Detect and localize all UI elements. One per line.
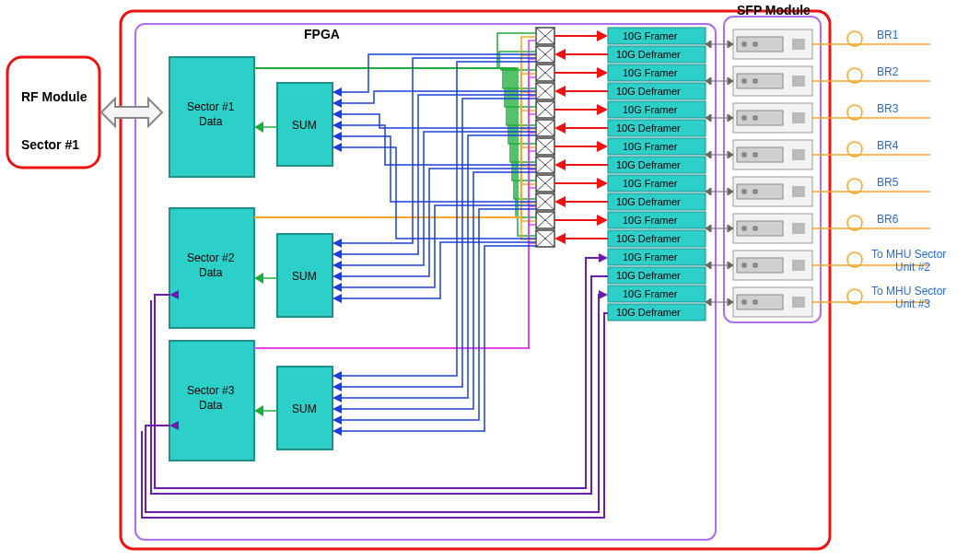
rf-module-label-2: Sector #1 [21,137,79,152]
svg-marker-3 [254,273,263,284]
svg-marker-158 [332,371,342,380]
svg-marker-161 [332,404,342,414]
br5-label: BR5 [877,176,899,189]
svg-marker-117 [706,262,711,269]
svg-marker-102 [706,77,711,85]
svg-marker-159 [332,382,342,391]
rf-interconnect-arrow [101,99,162,126]
sfp-title: SFP Module [737,3,811,18]
svg-marker-111 [706,188,711,195]
sector-2-label-1: Sector #2 [187,251,235,264]
svg-point-86 [752,226,758,231]
svg-point-95 [741,299,747,305]
svg-marker-135 [597,141,608,152]
svg-point-76 [752,152,758,158]
to-sector3-label-1: To MHU Sector [871,285,946,298]
svg-point-65 [741,78,747,84]
sum-3-label: SUM [292,402,317,415]
svg-point-85 [741,226,747,231]
rf-module-label-1: RF Module [21,89,88,104]
fpga-title: FPGA [304,27,340,41]
svg-rect-77 [792,149,805,160]
sum3-to-sector3-arrow [254,405,277,416]
deframer-label-3: 10G Deframer [616,159,681,170]
to-sector2-label-2: Unit #2 [895,261,930,274]
sector-1-label-1: Sector #1 [187,100,235,113]
svg-marker-121 [728,298,733,306]
sum-2-label: SUM [292,270,317,283]
svg-point-61 [752,41,758,47]
svg-marker-114 [706,225,711,232]
svg-point-71 [752,115,758,121]
sfp-slots [733,29,812,317]
br3-label: BR3 [877,102,899,115]
br6-label: BR6 [877,213,899,226]
sector-3-label-2: Data [199,399,223,412]
svg-marker-141 [554,196,566,207]
svg-rect-67 [792,76,805,87]
svg-rect-82 [792,186,805,197]
mux-boxes [536,28,554,247]
svg-marker-137 [554,159,566,170]
svg-point-91 [752,262,758,268]
svg-marker-115 [728,225,733,232]
deframer-label-4: 10G Deframer [616,196,681,207]
framer-label-1: 10G Framer [623,67,678,78]
svg-marker-156 [332,283,342,292]
to-sector3-label-2: Unit #3 [895,298,930,310]
mux-to-fd-red-arrows [554,30,608,244]
svg-point-75 [741,152,747,158]
svg-marker-147 [332,99,342,108]
to-sector2-label-1: To MHU Sector [871,248,946,261]
svg-marker-1 [254,122,263,133]
framer-label-2: 10G Framer [623,104,678,115]
svg-rect-92 [792,260,805,271]
svg-marker-133 [554,122,566,134]
framer-label-7: 10G Framer [623,288,678,299]
svg-marker-99 [706,41,711,48]
svg-marker-143 [597,215,608,226]
svg-marker-162 [332,415,342,425]
sum-1-label: SUM [292,119,317,132]
svg-marker-105 [706,114,711,122]
svg-marker-153 [332,250,342,259]
svg-marker-120 [706,298,711,306]
svg-marker-163 [332,426,342,436]
svg-marker-109 [728,151,733,158]
svg-marker-160 [332,393,342,402]
svg-marker-151 [332,143,342,152]
framer-label-4: 10G Framer [623,178,678,189]
svg-rect-97 [792,297,805,308]
svg-point-90 [741,262,747,268]
svg-marker-100 [728,41,733,48]
svg-marker-155 [332,272,342,281]
svg-marker-149 [332,121,342,130]
svg-marker-154 [332,261,342,270]
svg-rect-62 [792,39,805,50]
svg-marker-118 [728,262,733,269]
svg-marker-152 [332,239,342,248]
svg-marker-127 [597,67,608,78]
svg-marker-103 [728,77,733,85]
svg-marker-106 [728,114,733,122]
sum2-to-sector2-arrow [254,273,277,284]
svg-point-80 [741,189,747,194]
sector-2-label-2: Data [199,266,223,279]
deframer-label-5: 10G Deframer [616,233,681,244]
svg-marker-150 [332,132,342,141]
sector-1-label-2: Data [199,115,223,128]
svg-point-66 [752,78,758,84]
br2-label: BR2 [877,65,899,78]
svg-marker-123 [597,30,608,41]
svg-marker-129 [554,86,566,97]
sector-3-label-1: Sector #3 [187,384,235,397]
deframer-label-1: 10G Deframer [616,86,681,97]
framer-deframer-column: 10G Framer 10G Deframer 10G Framer 10G D… [608,28,706,321]
svg-point-96 [752,299,758,305]
svg-marker-146 [332,88,342,97]
deframer-label-6: 10G Deframer [616,270,681,281]
svg-marker-148 [332,110,342,119]
deframer-to-sum2-blue [332,58,536,303]
svg-marker-112 [728,188,733,195]
svg-marker-125 [554,49,566,60]
